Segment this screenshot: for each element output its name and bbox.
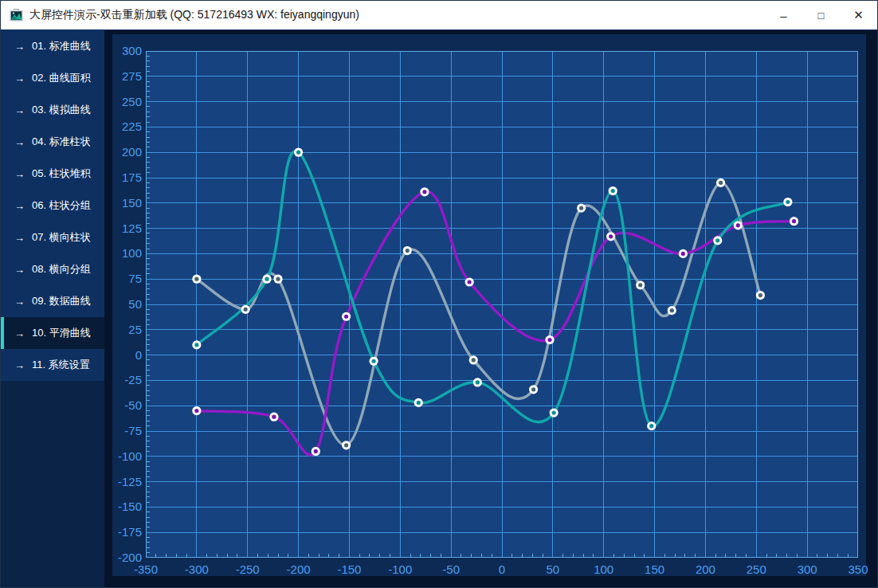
close-button[interactable]: ✕	[840, 1, 877, 29]
sidebar-item-02[interactable]: →02. 曲线面积	[1, 62, 104, 94]
x-tick-label: -100	[372, 563, 428, 576]
minimize-button[interactable]: –	[765, 1, 802, 29]
y-tick-label: 225	[112, 121, 142, 132]
arrow-icon: →	[14, 265, 25, 275]
sidebar-item-11[interactable]: →11. 系统设置	[1, 349, 104, 381]
chart-panel: 3002752502252001751501251007550250-25-50…	[112, 34, 866, 576]
sidebar-item-10[interactable]: →10. 平滑曲线	[1, 317, 104, 349]
smooth-curve-chart[interactable]	[146, 51, 858, 558]
arrow-icon: →	[14, 296, 25, 307]
sidebar-item-label: 09. 数据曲线	[32, 294, 91, 308]
x-tick-label: -150	[321, 563, 377, 576]
sidebar-item-04[interactable]: →04. 标准柱状	[1, 126, 104, 158]
arrow-icon: →	[14, 233, 25, 243]
y-tick-label: 275	[112, 71, 142, 82]
x-tick-label: 350	[830, 563, 878, 576]
x-tick-label: 200	[677, 563, 733, 576]
y-tick-label: 100	[112, 248, 142, 259]
x-tick-label: -50	[423, 563, 479, 576]
sidebar-item-06[interactable]: →06. 柱状分组	[1, 190, 104, 221]
y-tick-label: -25	[112, 374, 142, 386]
sidebar-nav: →01. 标准曲线→02. 曲线面积→03. 模拟曲线→04. 标准柱状→05.…	[1, 30, 104, 587]
sidebar-item-label: 02. 曲线面积	[32, 71, 91, 85]
x-tick-label: -300	[169, 563, 225, 576]
x-tick-label: -250	[220, 563, 276, 576]
y-tick-label: -175	[112, 527, 142, 538]
y-tick-label: -75	[112, 425, 142, 437]
y-tick-label: -200	[112, 552, 142, 563]
window-title: 大屏控件演示-双击重新加载 (QQ: 517216493 WX: feiyang…	[29, 8, 359, 22]
y-tick-label: -50	[112, 400, 142, 411]
x-tick-label: 150	[627, 563, 683, 576]
y-tick-label: -125	[112, 476, 142, 488]
x-tick-label: 0	[474, 563, 530, 576]
y-tick-label: 25	[112, 324, 142, 335]
sidebar-item-label: 04. 标准柱状	[32, 135, 91, 149]
arrow-icon: →	[14, 169, 25, 179]
arrow-icon: →	[14, 328, 25, 339]
arrow-icon: →	[14, 360, 25, 370]
arrow-icon: →	[14, 73, 25, 84]
app-icon	[10, 9, 23, 22]
arrow-icon: →	[14, 137, 25, 147]
arrow-icon: →	[14, 201, 25, 211]
window-controls: – □ ✕	[765, 1, 877, 29]
sidebar-item-label: 05. 柱状堆积	[32, 167, 91, 181]
sidebar-item-08[interactable]: →08. 横向分组	[1, 253, 104, 285]
sidebar-item-label: 08. 横向分组	[32, 262, 91, 276]
sidebar-item-label: 11. 系统设置	[32, 358, 90, 372]
y-tick-label: 125	[112, 223, 142, 234]
x-tick-label: 100	[576, 563, 632, 576]
y-tick-label: -150	[112, 501, 142, 512]
sidebar-item-03[interactable]: →03. 模拟曲线	[1, 94, 104, 126]
sidebar-item-05[interactable]: →05. 柱状堆积	[1, 158, 104, 190]
sidebar-item-label: 03. 模拟曲线	[32, 103, 91, 117]
y-tick-label: 150	[112, 198, 142, 209]
app-window: 大屏控件演示-双击重新加载 (QQ: 517216493 WX: feiyang…	[0, 0, 878, 588]
y-tick-label: 175	[112, 172, 142, 183]
y-tick-label: -100	[112, 451, 142, 462]
sidebar-item-label: 06. 柱状分组	[32, 198, 91, 213]
y-tick-label: 250	[112, 96, 142, 108]
maximize-button[interactable]: □	[802, 1, 840, 29]
sidebar-item-label: 01. 标准曲线	[32, 39, 91, 53]
sidebar-item-09[interactable]: →09. 数据曲线	[1, 285, 104, 317]
selected-accent-bar	[1, 317, 4, 349]
y-tick-label: 0	[112, 350, 142, 361]
sidebar-item-label: 07. 横向柱状	[32, 230, 91, 245]
y-tick-label: 50	[112, 299, 142, 310]
arrow-icon: →	[14, 41, 25, 52]
arrow-icon: →	[14, 105, 25, 116]
sidebar-item-label: 10. 平滑曲线	[32, 326, 91, 340]
y-tick-label: 300	[112, 45, 142, 57]
x-tick-label: -200	[271, 563, 327, 576]
y-tick-label: 75	[112, 273, 142, 284]
y-tick-label: 200	[112, 147, 142, 158]
window-titlebar[interactable]: 大屏控件演示-双击重新加载 (QQ: 517216493 WX: feiyang…	[1, 1, 877, 30]
x-tick-label: 50	[525, 563, 581, 576]
x-tick-label: -350	[118, 563, 174, 576]
sidebar-item-07[interactable]: →07. 横向柱状	[1, 221, 104, 253]
x-tick-label: 300	[779, 563, 835, 576]
x-tick-label: 250	[728, 563, 784, 576]
sidebar-item-01[interactable]: →01. 标准曲线	[1, 30, 104, 62]
